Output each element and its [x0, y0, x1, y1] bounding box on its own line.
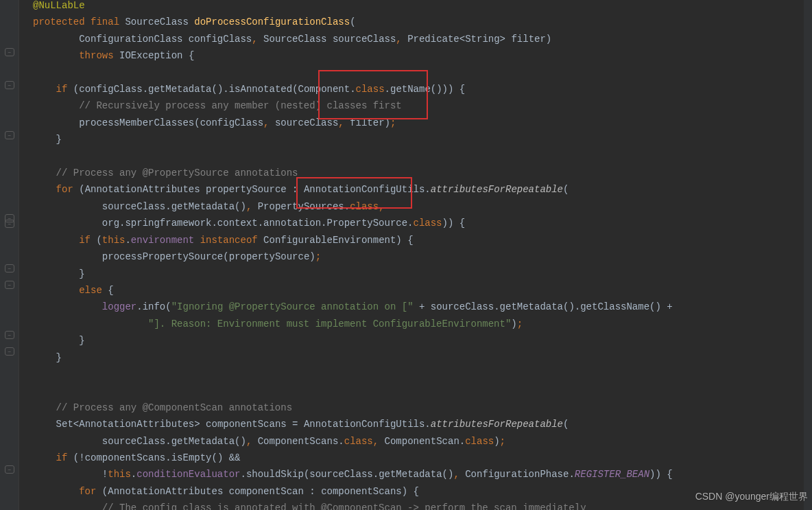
comment: // Process any @ComponentScan annotation… [56, 402, 292, 413]
kw-instanceof: instanceof [200, 235, 258, 246]
fold-marker[interactable]: − [5, 81, 14, 89]
gutter[interactable]: − − − − − − − − − − [0, 0, 19, 510]
fold-marker[interactable]: − [5, 281, 14, 289]
type-propertysources: PropertySources [258, 201, 344, 212]
kw-for: for [56, 184, 73, 195]
fold-marker[interactable]: − [5, 48, 14, 56]
type: ConfigurableEnvironment [263, 235, 396, 246]
var: componentScans [321, 486, 402, 497]
var: configClass [200, 117, 263, 128]
annotation-nullable: @NuLLabLe [33, 0, 85, 11]
comment: // Process any @PropertySource annotatio… [56, 167, 298, 178]
var: componentScan [229, 486, 304, 497]
field: environment [131, 235, 194, 246]
kw-this: this [108, 469, 131, 480]
string: "Ignoring @PropertySource annotation on … [171, 301, 414, 312]
type: ConfigurationClass [79, 34, 182, 45]
call: getName [390, 84, 431, 95]
call: getMetadata [171, 201, 235, 212]
call: info [143, 301, 166, 312]
param: filter [511, 34, 545, 45]
kw-class: class [344, 436, 373, 447]
string: "]. Reason: Environment must implement C… [148, 318, 511, 329]
type: AnnotationConfigUtils [304, 419, 425, 430]
type-component: Component [298, 84, 350, 95]
var: sourceClass [102, 436, 165, 447]
call: getMetadata [171, 436, 235, 447]
type-sourceclass: SourceClass [125, 16, 188, 27]
var: componentScans [206, 419, 287, 430]
call: isEmpty [171, 452, 212, 463]
fold-marker[interactable]: − [5, 331, 14, 339]
field: conditionEvaluator [136, 469, 240, 480]
type: SourceClass [263, 34, 326, 45]
kw-if: if [56, 84, 68, 95]
watermark: CSDN @younger编程世界 [695, 491, 808, 503]
method-name: doProcessConfigurationClass [194, 16, 350, 27]
code-block[interactable]: @NuLLabLe protected final SourceClass do… [33, 0, 673, 510]
kw-if: if [56, 452, 68, 463]
fold-marker[interactable]: − [5, 131, 14, 139]
type: ComponentScans [258, 436, 339, 447]
var: sourceClass [309, 469, 372, 480]
type: Predicate [407, 34, 459, 45]
fold-marker[interactable]: − [5, 220, 14, 228]
kw-class: class [356, 84, 385, 95]
call: isAnnotated [229, 84, 292, 95]
type: AnnotationConfigUtils [304, 184, 425, 195]
param: sourceClass [333, 34, 396, 45]
kw-class: class [350, 201, 379, 212]
call-italic: attributesForRepeatable [431, 419, 563, 430]
const: REGISTER_BEAN [575, 469, 649, 480]
call-italic: attributesForRepeatable [431, 184, 563, 195]
vertical-scrollbar[interactable] [804, 0, 812, 510]
kw-if: if [79, 235, 91, 246]
code-area[interactable]: @NuLLabLe protected final SourceClass do… [19, 0, 812, 510]
kw-protected: protected [33, 16, 85, 27]
kw-class: class [465, 436, 494, 447]
call: processPropertySource [102, 251, 223, 262]
fold-marker[interactable]: − [5, 347, 14, 356]
comment: // Recursively process any member (neste… [79, 100, 401, 111]
type: ComponentScan [385, 436, 459, 447]
param: configClass [189, 34, 252, 45]
kw-for: for [79, 486, 96, 497]
var: sourceClass [275, 117, 338, 128]
call: shouldSkip [246, 469, 304, 480]
var: sourceClass [102, 201, 165, 212]
type: String [465, 34, 499, 45]
var: propertySource [206, 184, 287, 195]
editor-viewport: − − − − − − − − − − @NuLLabLe protected … [0, 0, 812, 510]
kw-else: else [79, 285, 102, 296]
kw-this: this [102, 235, 126, 246]
fold-marker[interactable]: − [5, 465, 14, 474]
var: propertySource [229, 251, 310, 262]
call: getMetadata [500, 301, 563, 312]
type: Set [56, 419, 73, 430]
kw-throws: throws [79, 50, 113, 61]
type: ConfigurationPhase [465, 469, 569, 480]
type: AnnotationAttributes [79, 419, 194, 430]
call: getClassName [580, 301, 649, 312]
call: processMemberClasses [79, 117, 194, 128]
var: componentScans [85, 452, 166, 463]
kw-final: final [91, 16, 119, 27]
comment: // The config class is annotated with @C… [102, 502, 586, 510]
kw-class: class [414, 218, 442, 229]
call: getMetadata [148, 84, 211, 95]
type: IOException [119, 50, 182, 61]
type: AnnotationAttributes [85, 184, 200, 195]
fold-marker[interactable]: − [5, 264, 14, 273]
var: configClass [79, 84, 142, 95]
type: AnnotationAttributes [108, 486, 223, 497]
var: sourceClass [431, 301, 494, 312]
package: org.springframework.context.annotation. [102, 218, 327, 229]
type: PropertySource [326, 218, 407, 229]
field: logger [102, 301, 136, 312]
var: filter [350, 117, 384, 128]
call: getMetadata [379, 469, 442, 480]
